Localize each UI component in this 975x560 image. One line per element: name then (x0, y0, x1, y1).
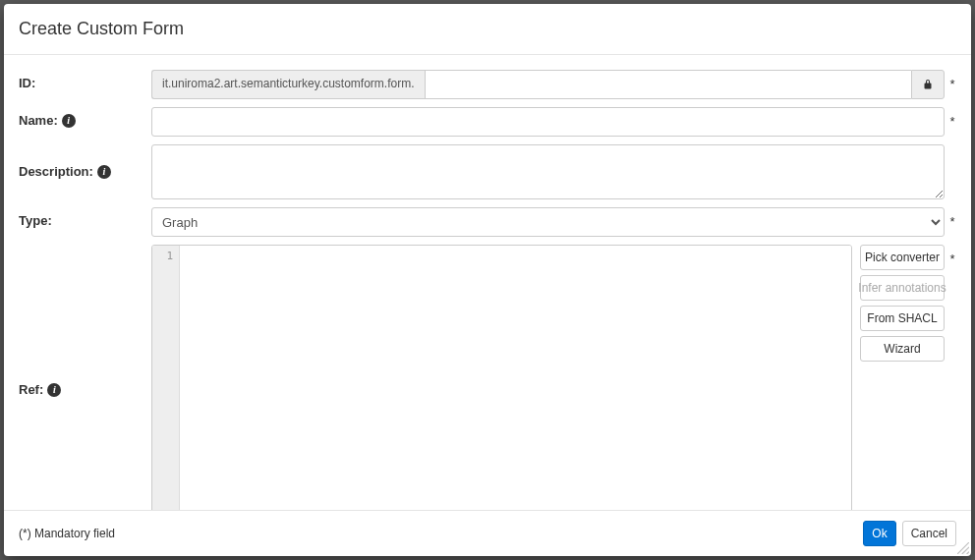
type-select[interactable]: Graph (151, 207, 945, 237)
label-name: Name: i (19, 107, 151, 128)
required-type: * (945, 207, 956, 229)
label-id-text: ID: (19, 76, 35, 90)
create-custom-form-modal: Create Custom Form ID: it.uniroma2.art.s… (4, 4, 971, 556)
info-icon[interactable]: i (97, 165, 111, 179)
id-input-group: it.uniroma2.art.semanticturkey.customfor… (151, 70, 945, 99)
row-name: Name: i * (19, 107, 956, 137)
row-ref: Ref: i 1 Pick converter Infer annotation… (19, 245, 956, 510)
row-id: ID: it.uniroma2.art.semanticturkey.custo… (19, 70, 956, 99)
row-type: Type: Graph * (19, 207, 956, 237)
pick-converter-button[interactable]: Pick converter (860, 245, 945, 270)
required-ref: * (945, 245, 956, 266)
gutter-line-1: 1 (152, 250, 173, 262)
infer-annotations-button: Infer annotations (860, 275, 945, 301)
mandatory-note: (*) Mandatory field (19, 527, 115, 540)
label-description-text: Description: (19, 164, 93, 179)
wizard-button[interactable]: Wizard (860, 336, 945, 362)
id-prefix: it.uniroma2.art.semanticturkey.customfor… (151, 70, 425, 99)
ref-side-buttons: Pick converter Infer annotations From SH… (860, 245, 945, 510)
spacer (945, 144, 956, 151)
name-input[interactable] (151, 107, 945, 137)
row-description: Description: i (19, 144, 956, 199)
label-ref-text: Ref: (19, 382, 43, 397)
editor-gutter: 1 (152, 246, 180, 510)
label-id: ID: (19, 70, 151, 90)
info-icon[interactable]: i (47, 383, 61, 397)
label-name-text: Name: (19, 113, 58, 128)
id-lock-button[interactable] (911, 70, 945, 99)
label-type: Type: (19, 207, 151, 228)
modal-header: Create Custom Form (4, 4, 971, 55)
resize-handle-icon[interactable] (957, 542, 969, 554)
required-id: * (945, 70, 956, 91)
from-shacl-button[interactable]: From SHACL (860, 306, 945, 331)
ok-button[interactable]: Ok (863, 521, 895, 546)
modal-footer: (*) Mandatory field Ok Cancel (4, 510, 971, 556)
cancel-button[interactable]: Cancel (902, 521, 956, 546)
ref-code-editor[interactable]: 1 (151, 245, 852, 510)
description-textarea[interactable] (151, 144, 945, 199)
modal-body: ID: it.uniroma2.art.semanticturkey.custo… (4, 55, 971, 510)
id-input[interactable] (425, 70, 911, 99)
label-ref: Ref: i (19, 245, 151, 397)
info-icon[interactable]: i (62, 114, 76, 128)
modal-title: Create Custom Form (19, 19, 956, 39)
label-description: Description: i (19, 144, 151, 179)
editor-content[interactable] (180, 246, 851, 510)
required-name: * (945, 107, 956, 129)
label-type-text: Type: (19, 213, 52, 228)
lock-icon (922, 79, 934, 90)
